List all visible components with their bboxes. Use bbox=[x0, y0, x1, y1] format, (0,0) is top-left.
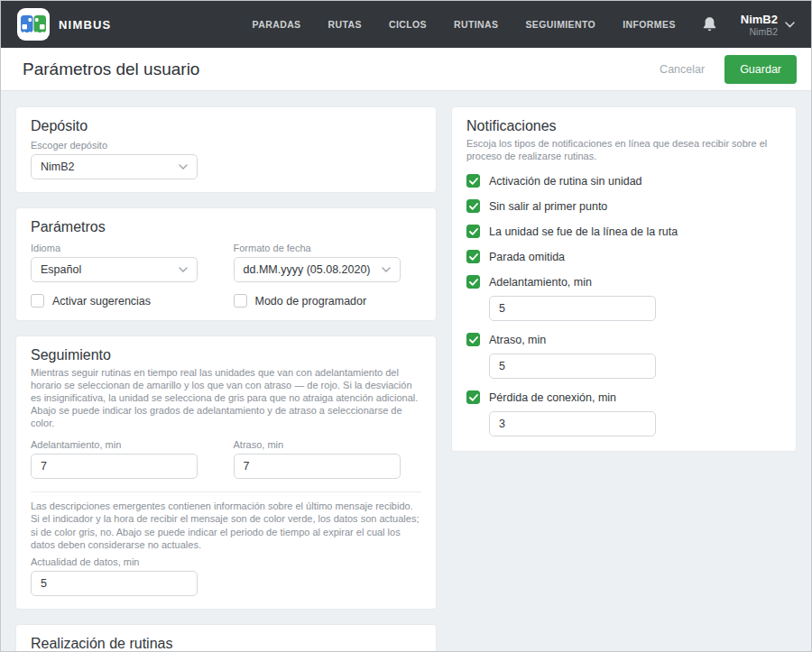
user-depot: NimB2 bbox=[741, 26, 778, 37]
date-format-select-value: dd.MM.yyyy (05.08.2020) bbox=[244, 263, 371, 276]
developer-mode-checkbox[interactable] bbox=[234, 294, 247, 308]
notif-connection-loss-checkbox[interactable] bbox=[466, 390, 480, 404]
check-icon bbox=[469, 279, 478, 286]
notif-off-route-checkbox[interactable] bbox=[466, 225, 480, 238]
card-notificaciones-title: Notificaciones bbox=[466, 118, 781, 134]
notifications-bell-button[interactable] bbox=[702, 16, 717, 32]
nimbus-logo-icon[interactable] bbox=[17, 8, 50, 41]
notif-late-label[interactable]: Atraso, min bbox=[489, 334, 546, 346]
right-column: Notificaciones Escoja los tipos de notif… bbox=[451, 106, 797, 466]
notif-late-checkbox[interactable] bbox=[466, 333, 480, 346]
notif-late-minutes-input[interactable] bbox=[489, 354, 656, 379]
save-button[interactable]: Guardar bbox=[724, 55, 797, 84]
card-deposito-title: Depósito bbox=[31, 118, 421, 134]
chevron-down-icon bbox=[785, 22, 795, 28]
notification-row: La unidad se fue de la línea de la ruta bbox=[466, 225, 781, 238]
page-title: Parámetros del usuario bbox=[23, 60, 199, 79]
notificaciones-description: Escoja los tipos de notificaciones en lí… bbox=[466, 137, 781, 162]
early-label: Adelantamiento, min bbox=[31, 439, 219, 450]
depot-select-label: Escoger depósito bbox=[31, 140, 421, 151]
notif-activation-checkbox[interactable] bbox=[466, 174, 480, 188]
notif-connection-loss-label[interactable]: Pérdida de conexión, min bbox=[489, 391, 616, 404]
notification-row: Sin salir al primer punto bbox=[466, 199, 781, 213]
notif-connection-loss-minutes-input[interactable] bbox=[489, 411, 656, 436]
suggestions-check-row: Activar sugerencias bbox=[31, 294, 219, 308]
settings-content: Depósito Escoger depósito NimB2 Parámetr… bbox=[1, 91, 811, 651]
check-icon bbox=[469, 178, 478, 185]
data-freshness-label: Actualidad de datos, min bbox=[31, 556, 421, 567]
date-format-label: Formato de fecha bbox=[234, 243, 422, 253]
suggestions-checkbox-label[interactable]: Activar sugerencias bbox=[52, 295, 151, 308]
late-field: Atraso, min bbox=[234, 434, 422, 479]
notif-early-label[interactable]: Adelantamiento, min bbox=[489, 276, 592, 289]
depot-select-value: NimB2 bbox=[41, 161, 75, 173]
card-parametros-title: Parámetros bbox=[31, 219, 421, 235]
notif-skipped-stop-checkbox[interactable] bbox=[466, 250, 480, 263]
top-navigation-bar: NIMBUS PARADAS RUTAS CICLOS RUTINAS SEGU… bbox=[1, 1, 811, 48]
card-deposito: Depósito Escoger depósito NimB2 bbox=[15, 106, 437, 193]
brand-name: NIMBUS bbox=[59, 18, 111, 32]
data-freshness-input[interactable] bbox=[31, 571, 198, 596]
check-icon bbox=[469, 336, 478, 344]
notif-early-checkbox[interactable] bbox=[466, 275, 480, 289]
notification-row: Activación de rutina sin unidad bbox=[466, 174, 781, 188]
cancel-button[interactable]: Cancelar bbox=[654, 62, 710, 77]
page-header: Parámetros del usuario Cancelar Guardar bbox=[1, 48, 811, 91]
seguimiento-description-1: Mientras seguir rutinas en tiempo real l… bbox=[31, 366, 421, 429]
notification-row: Atraso, min bbox=[466, 333, 781, 379]
user-name: NimB2 bbox=[741, 13, 778, 26]
card-parametros: Parámetros Idioma Español Formato de fec… bbox=[15, 207, 437, 321]
notification-row: Adelantamiento, min bbox=[466, 275, 781, 321]
notification-row: Parada omitida bbox=[466, 250, 781, 263]
user-info: NimB2 NimB2 bbox=[741, 13, 778, 37]
developer-mode-checkbox-label[interactable]: Modo de programador bbox=[255, 295, 367, 308]
chevron-down-icon bbox=[179, 164, 188, 170]
early-minutes-input[interactable] bbox=[31, 454, 198, 479]
left-column: Depósito Escoger depósito NimB2 Parámetr… bbox=[15, 106, 437, 651]
card-realizacion: Realización de rutinas Mientras generar … bbox=[15, 624, 437, 651]
late-minutes-input[interactable] bbox=[234, 454, 401, 479]
nav-item-ciclos[interactable]: CICLOS bbox=[389, 19, 427, 30]
card-realizacion-title: Realización de rutinas bbox=[31, 636, 421, 651]
late-label: Atraso, min bbox=[234, 439, 422, 450]
notif-activation-label[interactable]: Activación de rutina sin unidad bbox=[489, 175, 642, 188]
header-actions: Cancelar Guardar bbox=[654, 55, 797, 84]
check-icon bbox=[469, 228, 478, 235]
developer-mode-check-row: Modo de programador bbox=[234, 294, 422, 308]
app-window: NIMBUS PARADAS RUTAS CICLOS RUTINAS SEGU… bbox=[0, 0, 812, 652]
nav-item-seguimiento[interactable]: SEGUIMIENTO bbox=[525, 19, 595, 30]
language-label: Idioma bbox=[31, 243, 219, 253]
date-format-select[interactable]: dd.MM.yyyy (05.08.2020) bbox=[234, 257, 401, 282]
seguimiento-description-2: Las descripciones emergentes contienen i… bbox=[31, 500, 421, 550]
notif-early-minutes-input[interactable] bbox=[489, 296, 656, 321]
card-notificaciones: Notificaciones Escoja los tipos de notif… bbox=[451, 106, 797, 452]
card-seguimiento: Seguimiento Mientras seguir rutinas en t… bbox=[15, 335, 437, 610]
language-select-value: Español bbox=[41, 263, 81, 276]
suggestions-checkbox[interactable] bbox=[31, 294, 44, 308]
card-seguimiento-title: Seguimiento bbox=[31, 347, 421, 363]
card-divider bbox=[31, 491, 421, 492]
nav-item-informes[interactable]: INFORMES bbox=[623, 19, 676, 30]
check-icon bbox=[469, 203, 478, 210]
notif-no-departure-label[interactable]: Sin salir al primer punto bbox=[489, 200, 607, 213]
chevron-down-icon bbox=[382, 267, 391, 272]
notification-row: Pérdida de conexión, min bbox=[466, 390, 781, 436]
language-select[interactable]: Español bbox=[31, 257, 198, 282]
check-icon bbox=[469, 253, 478, 261]
chevron-down-icon bbox=[179, 267, 188, 272]
nav-item-paradas[interactable]: PARADAS bbox=[253, 19, 301, 30]
bell-icon bbox=[702, 16, 717, 32]
check-icon bbox=[469, 394, 478, 401]
user-menu[interactable]: NimB2 NimB2 bbox=[741, 13, 795, 37]
language-field: Idioma Español bbox=[31, 237, 219, 282]
main-nav: PARADAS RUTAS CICLOS RUTINAS SEGUIMIENTO… bbox=[253, 19, 676, 30]
nav-item-rutas[interactable]: RUTAS bbox=[328, 19, 362, 30]
notif-no-departure-checkbox[interactable] bbox=[466, 199, 480, 213]
early-field: Adelantamiento, min bbox=[31, 434, 219, 479]
notif-off-route-label[interactable]: La unidad se fue de la línea de la ruta bbox=[489, 225, 678, 238]
date-format-field: Formato de fecha dd.MM.yyyy (05.08.2020) bbox=[234, 237, 422, 282]
depot-select[interactable]: NimB2 bbox=[31, 154, 198, 179]
notif-skipped-stop-label[interactable]: Parada omitida bbox=[489, 251, 565, 263]
nav-item-rutinas[interactable]: RUTINAS bbox=[454, 19, 498, 30]
